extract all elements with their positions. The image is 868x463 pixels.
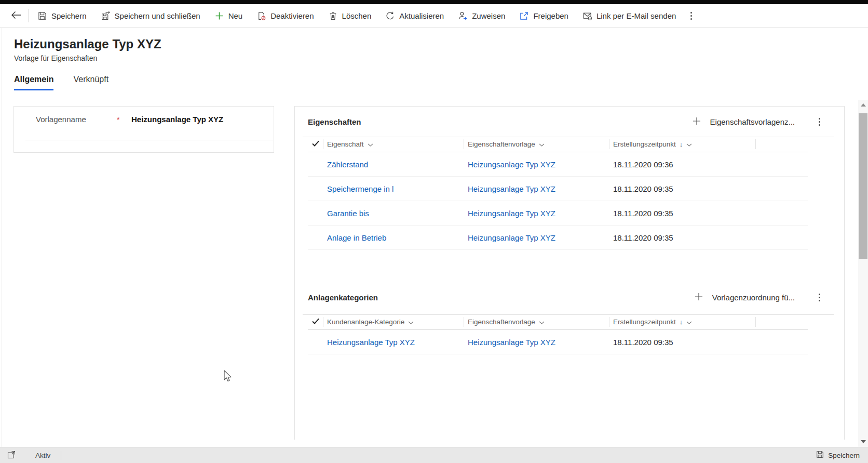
table-row[interactable]: Heizungsanlage Typ XYZ Heizungsanlage Ty…	[308, 330, 808, 354]
save-and-close-button[interactable]: Speichern und schließen	[94, 4, 208, 27]
assign-button[interactable]: Zuweisen	[451, 4, 512, 27]
column-header-erstellungszeitpunkt[interactable]: Erstellungszeitpunkt ↓	[609, 137, 756, 152]
plus-icon	[694, 292, 704, 303]
column-header-eigenschaftenvorlage[interactable]: Eigenschaftenvorlage	[464, 137, 609, 152]
statusbar-divider	[61, 451, 61, 460]
anlagenkategorien-section-header: Anlagenkategorien Vorlagenzuordnung fü..…	[308, 282, 834, 312]
email-link-label: Link per E-Mail senden	[596, 11, 676, 20]
vorlagenname-label: Vorlagenname	[36, 115, 117, 124]
email-link-icon	[583, 11, 592, 20]
mouse-cursor	[222, 370, 234, 386]
anlagenkategorien-grid-header: Kundenanlage-Kategorie Eigenschaftenvorl…	[308, 314, 808, 330]
delete-button[interactable]: Löschen	[321, 4, 379, 27]
column-header-erstellungszeitpunkt[interactable]: Erstellungszeitpunkt ↓	[609, 314, 756, 329]
column-header-spacer	[756, 137, 808, 152]
share-label: Freigeben	[533, 11, 568, 20]
vorlage-link[interactable]: Heizungsanlage Typ XYZ	[468, 184, 555, 193]
deactivate-icon	[257, 11, 266, 20]
new-label: Neu	[228, 11, 243, 20]
scrollbar-thumb[interactable]	[859, 113, 867, 259]
delete-label: Löschen	[342, 11, 372, 20]
created-cell: 18.11.2020 09:35	[609, 184, 756, 193]
tab-bar: Allgemein Verknüpft	[14, 75, 161, 90]
column-header-eigenschaft[interactable]: Eigenschaft	[323, 137, 464, 152]
status-badge: Aktiv	[35, 452, 50, 459]
eigenschaften-overflow-button[interactable]	[819, 118, 820, 126]
chevron-down-icon[interactable]	[368, 140, 373, 148]
vorlage-link[interactable]: Heizungsanlage Typ XYZ	[468, 233, 555, 242]
tab-verknuepft[interactable]: Verknüpft	[73, 75, 108, 90]
share-button[interactable]: Freigeben	[512, 4, 576, 27]
chevron-down-icon[interactable]	[408, 318, 414, 326]
column-header-kundenanlage-kategorie[interactable]: Kundenanlage-Kategorie	[323, 314, 464, 329]
table-row[interactable]: Garantie bis Heizungsanlage Typ XYZ 18.1…	[308, 201, 808, 226]
created-cell: 18.11.2020 09:35	[609, 338, 756, 347]
popout-button[interactable]	[7, 451, 16, 460]
eigenschaft-link[interactable]: Zählerstand	[327, 160, 368, 169]
refresh-icon	[386, 11, 395, 20]
select-all-column-header[interactable]	[308, 137, 323, 152]
new-button[interactable]: Neu	[208, 4, 250, 27]
anlagenkategorien-overflow-button[interactable]	[819, 294, 820, 301]
app-window: Speichern Speichern und schließen Neu De…	[0, 0, 868, 463]
column-header-eigenschaftenvorlage[interactable]: Eigenschaftenvorlage	[464, 314, 609, 329]
save-icon	[38, 11, 47, 20]
command-overflow-button[interactable]	[683, 4, 699, 27]
chevron-down-icon[interactable]	[686, 140, 692, 148]
triangle-up-icon	[861, 103, 866, 107]
chevron-down-icon[interactable]	[539, 140, 545, 148]
eigenschaften-grid-header: Eigenschaft Eigenschaftenvorlage Erstell…	[308, 137, 808, 152]
panel-edge-divider	[2, 28, 2, 447]
save-button[interactable]: Speichern	[31, 4, 94, 27]
vorlagenname-input[interactable]: Heizungsanlage Typ XYZ	[131, 115, 223, 124]
status-bar: Aktiv Speichern	[0, 447, 868, 463]
table-row[interactable]: Zählerstand Heizungsanlage Typ XYZ 18.11…	[308, 152, 808, 177]
add-vorlagenzuordnung-button[interactable]: Vorlagenzuordnung fü...	[694, 292, 795, 303]
eigenschaft-link[interactable]: Anlage in Betrieb	[327, 233, 386, 242]
refresh-button[interactable]: Aktualisieren	[378, 4, 451, 27]
table-row[interactable]: Anlage in Betrieb Heizungsanlage Typ XYZ…	[308, 226, 808, 250]
created-cell: 18.11.2020 09:35	[609, 233, 756, 242]
statusbar-save-button[interactable]: Speichern	[816, 451, 860, 460]
sort-descending-icon: ↓	[680, 318, 683, 326]
vertical-scrollbar[interactable]	[858, 100, 868, 447]
eigenschaften-grid: Eigenschaft Eigenschaftenvorlage Erstell…	[308, 137, 808, 250]
arrow-left-icon	[11, 11, 21, 21]
deactivate-label: Deaktivieren	[270, 11, 314, 20]
eigenschaft-link[interactable]: Garantie bis	[327, 209, 369, 218]
checkmark-icon	[312, 318, 319, 326]
kategorie-link[interactable]: Heizungsanlage Typ XYZ	[327, 338, 415, 347]
anlagenkategorien-section-title: Anlagenkategorien	[308, 293, 694, 302]
chevron-down-icon[interactable]	[539, 318, 545, 326]
table-row[interactable]: Speichermenge in l Heizungsanlage Typ XY…	[308, 177, 808, 201]
save-and-close-label: Speichern und schließen	[115, 11, 200, 20]
ellipsis-vertical-icon	[690, 12, 692, 20]
email-link-button[interactable]: Link per E-Mail senden	[576, 4, 683, 27]
save-and-close-icon	[101, 11, 110, 20]
back-button[interactable]	[6, 4, 26, 27]
vorlage-link[interactable]: Heizungsanlage Typ XYZ	[468, 338, 555, 347]
popout-icon	[7, 451, 16, 460]
scroll-down-button[interactable]	[858, 438, 868, 446]
vorlagenname-field-row: Vorlagenname * Heizungsanlage Typ XYZ	[14, 107, 274, 124]
scroll-up-button[interactable]	[858, 101, 868, 109]
page-subtitle: Vorlage für Eigenschaften	[14, 54, 161, 62]
anlagenkategorien-grid: Kundenanlage-Kategorie Eigenschaftenvorl…	[308, 314, 808, 354]
assign-label: Zuweisen	[472, 11, 505, 20]
select-all-column-header[interactable]	[308, 314, 323, 329]
vorlage-link[interactable]: Heizungsanlage Typ XYZ	[468, 160, 555, 169]
chevron-down-icon[interactable]	[686, 318, 692, 326]
eigenschaften-section-title: Eigenschaften	[308, 117, 691, 126]
deactivate-button[interactable]: Deaktivieren	[250, 4, 321, 27]
statusbar-save-label: Speichern	[828, 452, 860, 459]
command-bar-divider	[28, 9, 29, 22]
add-eigenschaftsvorlage-button[interactable]: Eigenschaftsvorlagenz...	[691, 116, 795, 128]
share-icon	[520, 11, 528, 20]
column-header-spacer	[756, 314, 808, 329]
eigenschaft-link[interactable]: Speichermenge in l	[327, 184, 394, 193]
vorlage-link[interactable]: Heizungsanlage Typ XYZ	[468, 209, 555, 218]
tab-allgemein[interactable]: Allgemein	[14, 75, 53, 90]
add-vorlagenzuordnung-label: Vorlagenzuordnung fü...	[712, 293, 795, 302]
eigenschaften-section-header: Eigenschaften Eigenschaftsvorlagenz...	[308, 107, 834, 137]
add-eigenschaftsvorlage-label: Eigenschaftsvorlagenz...	[710, 117, 795, 126]
